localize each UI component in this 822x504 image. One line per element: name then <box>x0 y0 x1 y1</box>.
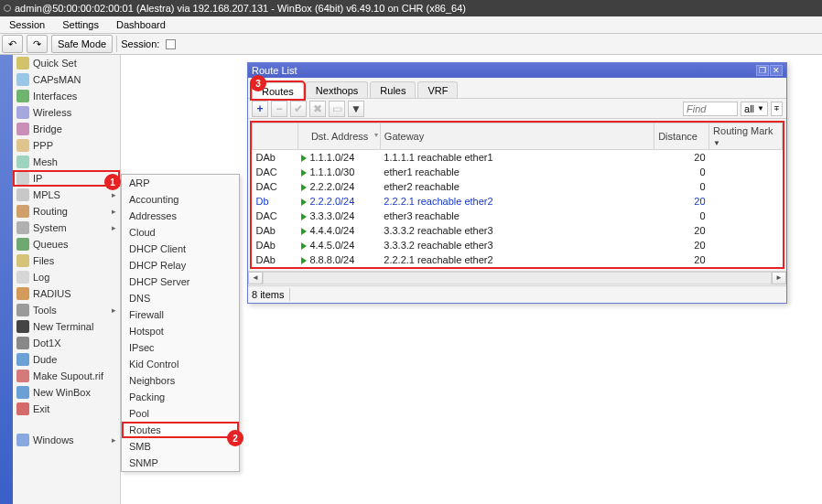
col-routing-mark[interactable]: Routing Mark ▼ <box>709 123 783 150</box>
sidebar-item-new-terminal[interactable]: New Terminal <box>13 318 120 335</box>
annotation-badge-3: 3 <box>250 75 266 91</box>
remove-button[interactable]: − <box>271 101 287 117</box>
safe-mode-button[interactable]: Safe Mode <box>51 35 113 53</box>
submenu-item-cloud[interactable]: Cloud <box>122 224 239 241</box>
window-close-button[interactable]: ✕ <box>770 65 783 76</box>
menu-settings[interactable]: Settings <box>55 16 106 33</box>
sidebar-item-label: Files <box>33 255 54 266</box>
sidebar-item-make-supout-rif[interactable]: Make Supout.rif <box>13 368 120 384</box>
sidebar-item-system[interactable]: System▸ <box>13 220 120 236</box>
menu-icon <box>16 238 29 251</box>
window-restore-button[interactable]: ❐ <box>756 65 769 76</box>
sidebar-item-bridge[interactable]: Bridge <box>13 121 120 137</box>
tab-vrf[interactable]: VRF <box>417 81 458 98</box>
sidebar-item-interfaces[interactable]: Interfaces <box>13 88 120 104</box>
sidebar-item-radius[interactable]: RADIUS <box>13 285 120 302</box>
col-gateway[interactable]: Gateway <box>380 123 654 150</box>
scroll-right-button[interactable]: ► <box>772 272 786 284</box>
submenu-item-packing[interactable]: Packing <box>122 389 239 405</box>
table-row[interactable]: Db2.2.2.0/242.2.2.1 reachable ether220 <box>253 194 783 209</box>
sidebar-item-label: Mesh <box>33 156 58 167</box>
sidebar-item-tools[interactable]: Tools▸ <box>13 302 120 318</box>
table-row[interactable]: DAb4.4.5.0/243.3.3.2 reachable ether320 <box>253 238 783 252</box>
submenu-item-addresses[interactable]: Addresses <box>122 208 239 224</box>
sidebar-item-wireless[interactable]: Wireless <box>13 104 120 121</box>
cell-flags: DAb <box>253 252 298 267</box>
enable-button[interactable]: ✔ <box>290 101 307 117</box>
submenu-item-smb[interactable]: SMB <box>122 438 239 455</box>
disable-button[interactable]: ✖ <box>309 101 326 117</box>
undo-button[interactable]: ↶ <box>2 35 23 53</box>
submenu-item-dhcp-relay[interactable]: DHCP Relay <box>122 257 239 273</box>
table-row[interactable]: DAb4.4.4.0/243.3.3.2 reachable ether320 <box>253 223 783 238</box>
menu-session[interactable]: Session <box>2 16 52 33</box>
redo-button[interactable]: ↷ <box>27 35 48 53</box>
table-row[interactable]: DAb8.8.8.0/242.2.2.1 reachable ether220 <box>253 252 783 267</box>
sidebar-item-log[interactable]: Log <box>13 269 120 285</box>
cell-routing-mark <box>709 194 783 209</box>
filter-button[interactable]: ▼ <box>348 101 364 117</box>
sidebar-item-mpls[interactable]: MPLS▸ <box>13 187 120 203</box>
cell-dst: 3.3.3.0/24 <box>297 209 380 223</box>
submenu-item-hotspot[interactable]: Hotspot <box>122 323 239 339</box>
submenu-item-arp[interactable]: ARP <box>122 175 239 191</box>
tab-nexthops[interactable]: Nexthops <box>306 81 368 98</box>
menu-icon <box>16 320 29 333</box>
submenu-item-firewall[interactable]: Firewall <box>122 306 239 323</box>
col-flags[interactable] <box>253 123 298 150</box>
sidebar-item-capsman[interactable]: CAPsMAN <box>13 71 120 88</box>
status-bar: 8 items <box>248 285 786 303</box>
sidebar-item-exit[interactable]: Exit <box>13 401 120 417</box>
sidebar-item-dot1x[interactable]: Dot1X <box>13 335 120 351</box>
session-checkbox[interactable] <box>166 39 176 49</box>
sidebar-item-dude[interactable]: Dude <box>13 351 120 368</box>
window-titlebar[interactable]: Route List ❐ ✕ <box>248 63 786 78</box>
submenu-item-neighbors[interactable]: Neighbors <box>122 372 239 389</box>
menu-icon <box>16 172 29 185</box>
filter-menu-button[interactable]: ∓ <box>771 102 783 116</box>
menu-icon <box>16 123 29 135</box>
sidebar-item-routing[interactable]: Routing▸ <box>13 203 120 220</box>
sidebar-item-quick-set[interactable]: Quick Set <box>13 55 120 71</box>
tab-rules[interactable]: Rules <box>370 81 416 98</box>
submenu-item-dhcp-server[interactable]: DHCP Server <box>122 273 239 290</box>
comment-button[interactable]: ▭ <box>329 101 345 117</box>
active-route-icon <box>301 155 307 162</box>
scroll-track[interactable] <box>263 272 772 284</box>
add-button[interactable]: + <box>252 101 268 117</box>
sidebar-item-new-winbox[interactable]: New WinBox <box>13 384 120 401</box>
sidebar-item-ppp[interactable]: PPP <box>13 137 120 154</box>
table-row[interactable]: DAC2.2.2.0/24ether2 reachable0 <box>253 179 783 194</box>
undo-icon: ↶ <box>8 38 16 50</box>
col-dst-address[interactable]: Dst. Address▾ <box>297 123 380 150</box>
submenu-item-pool[interactable]: Pool <box>122 405 239 422</box>
menu-bar: Session Settings Dashboard <box>0 16 822 33</box>
submenu-item-dhcp-client[interactable]: DHCP Client <box>122 241 239 257</box>
menu-icon <box>16 337 29 349</box>
submenu-item-snmp[interactable]: SNMP <box>122 455 239 471</box>
table-row[interactable]: DAC3.3.3.0/24ether3 reachable0 <box>253 209 783 223</box>
active-route-icon <box>301 257 307 264</box>
active-route-icon <box>301 213 307 220</box>
sidebar-item-label: IP <box>33 173 42 184</box>
horizontal-scrollbar[interactable]: ◄ ► <box>248 271 786 285</box>
table-row[interactable]: DAC1.1.1.0/30ether1 reachable0 <box>253 165 783 179</box>
menu-icon <box>16 353 29 366</box>
submenu-item-ipsec[interactable]: IPsec <box>122 339 239 356</box>
submenu-item-kid-control[interactable]: Kid Control <box>122 356 239 372</box>
find-input[interactable] <box>683 102 738 116</box>
scroll-left-button[interactable]: ◄ <box>248 272 263 284</box>
submenu-item-accounting[interactable]: Accounting <box>122 191 239 208</box>
menu-icon <box>16 73 29 86</box>
cell-distance: 20 <box>654 223 709 238</box>
table-row[interactable]: DAb1.1.1.0/241.1.1.1 reachable ether120 <box>253 150 783 165</box>
col-distance[interactable]: Distance <box>654 123 709 150</box>
filter-combo[interactable]: all ▼ <box>741 102 768 116</box>
sidebar-item-windows[interactable]: Windows▸ <box>13 432 120 448</box>
submenu-item-routes[interactable]: Routes <box>122 422 239 438</box>
sidebar-item-queues[interactable]: Queues <box>13 236 120 252</box>
sidebar-item-files[interactable]: Files <box>13 252 120 269</box>
sidebar-item-mesh[interactable]: Mesh <box>13 154 120 170</box>
submenu-item-dns[interactable]: DNS <box>122 290 239 306</box>
menu-dashboard[interactable]: Dashboard <box>109 16 173 33</box>
